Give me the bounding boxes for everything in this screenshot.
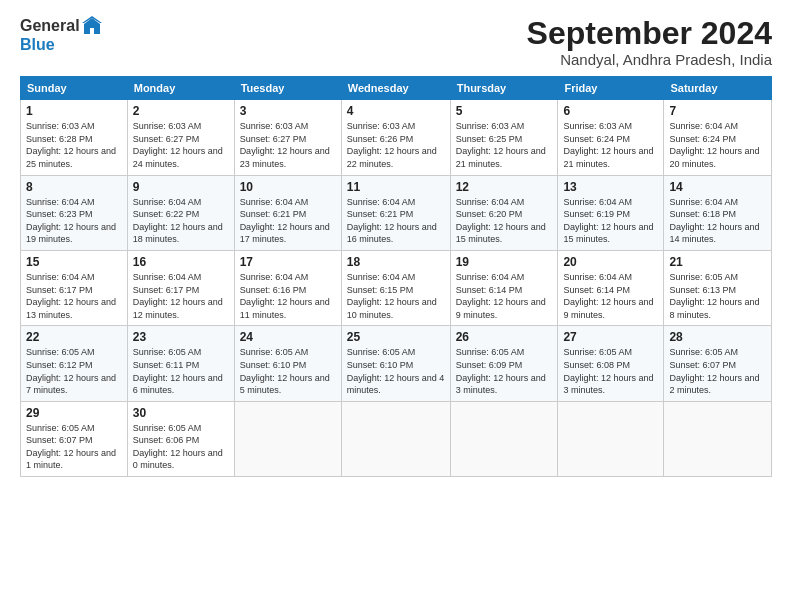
day-detail: Sunrise: 6:04 AMSunset: 6:15 PMDaylight:… bbox=[347, 272, 437, 320]
day-detail: Sunrise: 6:04 AMSunset: 6:21 PMDaylight:… bbox=[347, 197, 437, 245]
col-saturday: Saturday bbox=[664, 77, 772, 100]
calendar-day-9: 9Sunrise: 6:04 AMSunset: 6:22 PMDaylight… bbox=[127, 175, 234, 250]
day-number: 22 bbox=[26, 330, 122, 344]
day-number: 18 bbox=[347, 255, 445, 269]
day-number: 28 bbox=[669, 330, 766, 344]
calendar-day-29: 29Sunrise: 6:05 AMSunset: 6:07 PMDayligh… bbox=[21, 401, 128, 476]
calendar-header-row: Sunday Monday Tuesday Wednesday Thursday… bbox=[21, 77, 772, 100]
day-detail: Sunrise: 6:04 AMSunset: 6:17 PMDaylight:… bbox=[26, 272, 116, 320]
calendar-day-8: 8Sunrise: 6:04 AMSunset: 6:23 PMDaylight… bbox=[21, 175, 128, 250]
logo-general-text: General bbox=[20, 17, 80, 35]
day-number: 16 bbox=[133, 255, 229, 269]
day-detail: Sunrise: 6:05 AMSunset: 6:12 PMDaylight:… bbox=[26, 347, 116, 395]
day-number: 14 bbox=[669, 180, 766, 194]
day-number: 13 bbox=[563, 180, 658, 194]
calendar-day-26: 26Sunrise: 6:05 AMSunset: 6:09 PMDayligh… bbox=[450, 326, 558, 401]
calendar-day-7: 7Sunrise: 6:04 AMSunset: 6:24 PMDaylight… bbox=[664, 100, 772, 175]
day-number: 25 bbox=[347, 330, 445, 344]
calendar-day-20: 20Sunrise: 6:04 AMSunset: 6:14 PMDayligh… bbox=[558, 250, 664, 325]
day-detail: Sunrise: 6:05 AMSunset: 6:10 PMDaylight:… bbox=[347, 347, 445, 395]
logo-blue-text: Blue bbox=[20, 36, 55, 54]
calendar-day-23: 23Sunrise: 6:05 AMSunset: 6:11 PMDayligh… bbox=[127, 326, 234, 401]
calendar-day-4: 4Sunrise: 6:03 AMSunset: 6:26 PMDaylight… bbox=[341, 100, 450, 175]
day-detail: Sunrise: 6:04 AMSunset: 6:17 PMDaylight:… bbox=[133, 272, 223, 320]
day-detail: Sunrise: 6:03 AMSunset: 6:27 PMDaylight:… bbox=[133, 121, 223, 169]
calendar-day-30: 30Sunrise: 6:05 AMSunset: 6:06 PMDayligh… bbox=[127, 401, 234, 476]
day-number: 5 bbox=[456, 104, 553, 118]
day-detail: Sunrise: 6:04 AMSunset: 6:16 PMDaylight:… bbox=[240, 272, 330, 320]
col-tuesday: Tuesday bbox=[234, 77, 341, 100]
calendar-day-28: 28Sunrise: 6:05 AMSunset: 6:07 PMDayligh… bbox=[664, 326, 772, 401]
day-detail: Sunrise: 6:03 AMSunset: 6:26 PMDaylight:… bbox=[347, 121, 437, 169]
calendar-empty-cell bbox=[450, 401, 558, 476]
day-number: 19 bbox=[456, 255, 553, 269]
day-number: 12 bbox=[456, 180, 553, 194]
day-number: 15 bbox=[26, 255, 122, 269]
calendar-day-24: 24Sunrise: 6:05 AMSunset: 6:10 PMDayligh… bbox=[234, 326, 341, 401]
calendar-empty-cell bbox=[558, 401, 664, 476]
calendar-table: Sunday Monday Tuesday Wednesday Thursday… bbox=[20, 76, 772, 477]
day-detail: Sunrise: 6:03 AMSunset: 6:28 PMDaylight:… bbox=[26, 121, 116, 169]
day-number: 2 bbox=[133, 104, 229, 118]
day-detail: Sunrise: 6:05 AMSunset: 6:09 PMDaylight:… bbox=[456, 347, 546, 395]
calendar-week-row-1: 1Sunrise: 6:03 AMSunset: 6:28 PMDaylight… bbox=[21, 100, 772, 175]
day-detail: Sunrise: 6:05 AMSunset: 6:07 PMDaylight:… bbox=[669, 347, 759, 395]
day-detail: Sunrise: 6:03 AMSunset: 6:27 PMDaylight:… bbox=[240, 121, 330, 169]
day-number: 3 bbox=[240, 104, 336, 118]
day-number: 23 bbox=[133, 330, 229, 344]
page-header: General Blue September 2024 Nandyal, And… bbox=[20, 16, 772, 68]
calendar-day-6: 6Sunrise: 6:03 AMSunset: 6:24 PMDaylight… bbox=[558, 100, 664, 175]
calendar-day-21: 21Sunrise: 6:05 AMSunset: 6:13 PMDayligh… bbox=[664, 250, 772, 325]
day-detail: Sunrise: 6:04 AMSunset: 6:14 PMDaylight:… bbox=[563, 272, 653, 320]
day-detail: Sunrise: 6:03 AMSunset: 6:25 PMDaylight:… bbox=[456, 121, 546, 169]
day-number: 4 bbox=[347, 104, 445, 118]
calendar-week-row-3: 15Sunrise: 6:04 AMSunset: 6:17 PMDayligh… bbox=[21, 250, 772, 325]
calendar-day-11: 11Sunrise: 6:04 AMSunset: 6:21 PMDayligh… bbox=[341, 175, 450, 250]
logo-icon bbox=[82, 16, 102, 36]
day-detail: Sunrise: 6:03 AMSunset: 6:24 PMDaylight:… bbox=[563, 121, 653, 169]
calendar-empty-cell bbox=[234, 401, 341, 476]
col-sunday: Sunday bbox=[21, 77, 128, 100]
logo: General Blue bbox=[20, 16, 102, 54]
day-detail: Sunrise: 6:04 AMSunset: 6:21 PMDaylight:… bbox=[240, 197, 330, 245]
day-number: 6 bbox=[563, 104, 658, 118]
title-section: September 2024 Nandyal, Andhra Pradesh, … bbox=[527, 16, 772, 68]
calendar-day-1: 1Sunrise: 6:03 AMSunset: 6:28 PMDaylight… bbox=[21, 100, 128, 175]
day-detail: Sunrise: 6:04 AMSunset: 6:18 PMDaylight:… bbox=[669, 197, 759, 245]
calendar-day-27: 27Sunrise: 6:05 AMSunset: 6:08 PMDayligh… bbox=[558, 326, 664, 401]
calendar-day-14: 14Sunrise: 6:04 AMSunset: 6:18 PMDayligh… bbox=[664, 175, 772, 250]
calendar-day-18: 18Sunrise: 6:04 AMSunset: 6:15 PMDayligh… bbox=[341, 250, 450, 325]
calendar-day-5: 5Sunrise: 6:03 AMSunset: 6:25 PMDaylight… bbox=[450, 100, 558, 175]
month-title: September 2024 bbox=[527, 16, 772, 51]
day-number: 11 bbox=[347, 180, 445, 194]
calendar-day-16: 16Sunrise: 6:04 AMSunset: 6:17 PMDayligh… bbox=[127, 250, 234, 325]
day-number: 17 bbox=[240, 255, 336, 269]
col-wednesday: Wednesday bbox=[341, 77, 450, 100]
calendar-day-22: 22Sunrise: 6:05 AMSunset: 6:12 PMDayligh… bbox=[21, 326, 128, 401]
day-detail: Sunrise: 6:04 AMSunset: 6:24 PMDaylight:… bbox=[669, 121, 759, 169]
col-thursday: Thursday bbox=[450, 77, 558, 100]
day-detail: Sunrise: 6:05 AMSunset: 6:06 PMDaylight:… bbox=[133, 423, 223, 471]
day-detail: Sunrise: 6:04 AMSunset: 6:20 PMDaylight:… bbox=[456, 197, 546, 245]
day-number: 8 bbox=[26, 180, 122, 194]
col-monday: Monday bbox=[127, 77, 234, 100]
day-number: 9 bbox=[133, 180, 229, 194]
day-detail: Sunrise: 6:04 AMSunset: 6:14 PMDaylight:… bbox=[456, 272, 546, 320]
day-number: 29 bbox=[26, 406, 122, 420]
calendar-day-13: 13Sunrise: 6:04 AMSunset: 6:19 PMDayligh… bbox=[558, 175, 664, 250]
day-detail: Sunrise: 6:05 AMSunset: 6:07 PMDaylight:… bbox=[26, 423, 116, 471]
col-friday: Friday bbox=[558, 77, 664, 100]
day-number: 7 bbox=[669, 104, 766, 118]
day-number: 21 bbox=[669, 255, 766, 269]
calendar-day-25: 25Sunrise: 6:05 AMSunset: 6:10 PMDayligh… bbox=[341, 326, 450, 401]
calendar-day-15: 15Sunrise: 6:04 AMSunset: 6:17 PMDayligh… bbox=[21, 250, 128, 325]
day-number: 30 bbox=[133, 406, 229, 420]
calendar-day-17: 17Sunrise: 6:04 AMSunset: 6:16 PMDayligh… bbox=[234, 250, 341, 325]
calendar-day-12: 12Sunrise: 6:04 AMSunset: 6:20 PMDayligh… bbox=[450, 175, 558, 250]
calendar-day-19: 19Sunrise: 6:04 AMSunset: 6:14 PMDayligh… bbox=[450, 250, 558, 325]
day-number: 1 bbox=[26, 104, 122, 118]
day-number: 26 bbox=[456, 330, 553, 344]
calendar-day-10: 10Sunrise: 6:04 AMSunset: 6:21 PMDayligh… bbox=[234, 175, 341, 250]
day-number: 20 bbox=[563, 255, 658, 269]
day-detail: Sunrise: 6:05 AMSunset: 6:08 PMDaylight:… bbox=[563, 347, 653, 395]
